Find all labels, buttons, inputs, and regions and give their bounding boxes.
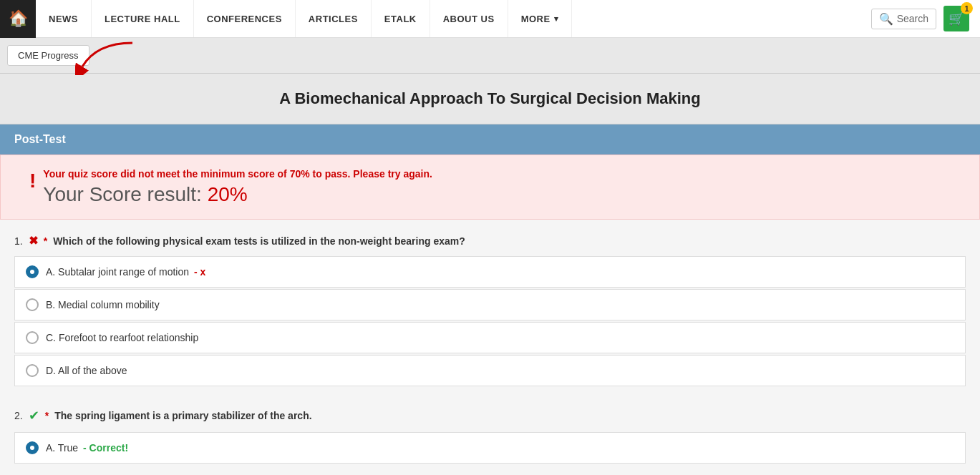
score-percent: 20% [208, 183, 248, 205]
nav-item-lecture-hall[interactable]: LECTURE HALL [92, 0, 194, 37]
nav-label-news: NEWS [49, 14, 78, 24]
radio-2-a-selected [26, 441, 39, 454]
answer-1-a-wrong: - x [194, 266, 205, 278]
score-message: Your quiz score did not meet the minimum… [43, 168, 432, 180]
nav-item-news[interactable]: NEWS [36, 0, 92, 37]
nav-item-etalk[interactable]: ETALK [372, 0, 430, 37]
questions-container: 1. ✖ * Which of the following physical e… [0, 220, 980, 475]
home-button[interactable]: 🏠 [0, 0, 36, 38]
nav-label-conferences: CONFERENCES [207, 14, 282, 24]
nav-label-lecture-hall: LECTURE HALL [105, 14, 180, 24]
sub-bar: CME Progress [0, 38, 980, 74]
score-label: Your Score result: [43, 183, 202, 205]
cart-button[interactable]: 🛒 1 [943, 6, 969, 31]
answer-1-b[interactable]: B. Medial column mobility [14, 289, 966, 320]
question-2-number: 2. [14, 410, 23, 421]
radio-1-a-selected [26, 265, 39, 278]
answer-1-a-text: A. Subtalar joint range of motion - x [46, 266, 205, 278]
more-dropdown-arrow: ▾ [554, 14, 559, 24]
page-title: A Biomechanical Approach To Surgical Dec… [7, 89, 973, 108]
nav-label-articles: ARTICLES [309, 14, 358, 24]
question-1-required: * [44, 235, 47, 247]
arrow-indicator [75, 39, 147, 77]
nav-label-about-us: ABOUT US [443, 14, 495, 24]
answer-2-a-correct: - Correct! [83, 442, 128, 454]
answer-1-b-text: B. Medial column mobility [46, 299, 160, 310]
question-1-header: 1. ✖ * Which of the following physical e… [14, 234, 966, 248]
answer-1-c-text: C. Forefoot to rearfoot relationship [46, 332, 198, 343]
score-section: ! Your quiz score did not meet the minim… [0, 155, 980, 220]
nav-right: 🔍 Search 🛒 1 [860, 6, 980, 31]
answer-1-d[interactable]: D. All of the above [14, 355, 966, 386]
question-2: 2. ✔ * The spring ligament is a primary … [14, 408, 966, 464]
page-title-bar: A Biomechanical Approach To Surgical Dec… [0, 74, 980, 124]
question-1-wrong-icon: ✖ [29, 234, 38, 248]
question-1: 1. ✖ * Which of the following physical e… [14, 234, 966, 386]
nav-item-more[interactable]: MORE ▾ [508, 0, 573, 37]
nav-items: NEWS LECTURE HALL CONFERENCES ARTICLES E… [36, 0, 860, 37]
radio-1-b [26, 298, 39, 311]
radio-1-d [26, 364, 39, 377]
score-exclamation-icon: ! [29, 170, 36, 192]
answer-1-c[interactable]: C. Forefoot to rearfoot relationship [14, 322, 966, 353]
question-2-required: * [45, 410, 49, 421]
search-icon: 🔍 [879, 12, 893, 26]
post-test-header: Post-Test [0, 124, 980, 155]
nav-label-more: MORE [521, 14, 550, 24]
radio-1-c [26, 331, 39, 344]
answer-2-a-text: A. True - Correct! [46, 442, 128, 454]
search-box[interactable]: 🔍 Search [871, 9, 936, 29]
nav-item-conferences[interactable]: CONFERENCES [194, 0, 296, 37]
question-2-correct-icon: ✔ [29, 408, 39, 423]
answer-2-a[interactable]: A. True - Correct! [14, 432, 966, 464]
nav-label-etalk: ETALK [384, 14, 417, 24]
nav-item-about-us[interactable]: ABOUT US [430, 0, 508, 37]
answer-1-a[interactable]: A. Subtalar joint range of motion - x [14, 256, 966, 288]
score-content: Your quiz score did not meet the minimum… [43, 168, 432, 206]
post-test-label: Post-Test [14, 133, 66, 145]
answer-1-d-text: D. All of the above [46, 365, 127, 376]
score-result: Your Score result: 20% [43, 183, 432, 206]
navigation-bar: 🏠 NEWS LECTURE HALL CONFERENCES ARTICLES… [0, 0, 980, 38]
question-2-header: 2. ✔ * The spring ligament is a primary … [14, 408, 966, 423]
question-1-number: 1. [14, 235, 23, 247]
search-label: Search [897, 13, 928, 24]
cart-badge: 1 [961, 2, 973, 14]
question-1-text: Which of the following physical exam tes… [53, 235, 465, 247]
question-2-text: The spring ligament is a primary stabili… [54, 410, 311, 421]
nav-item-articles[interactable]: ARTICLES [296, 0, 372, 37]
